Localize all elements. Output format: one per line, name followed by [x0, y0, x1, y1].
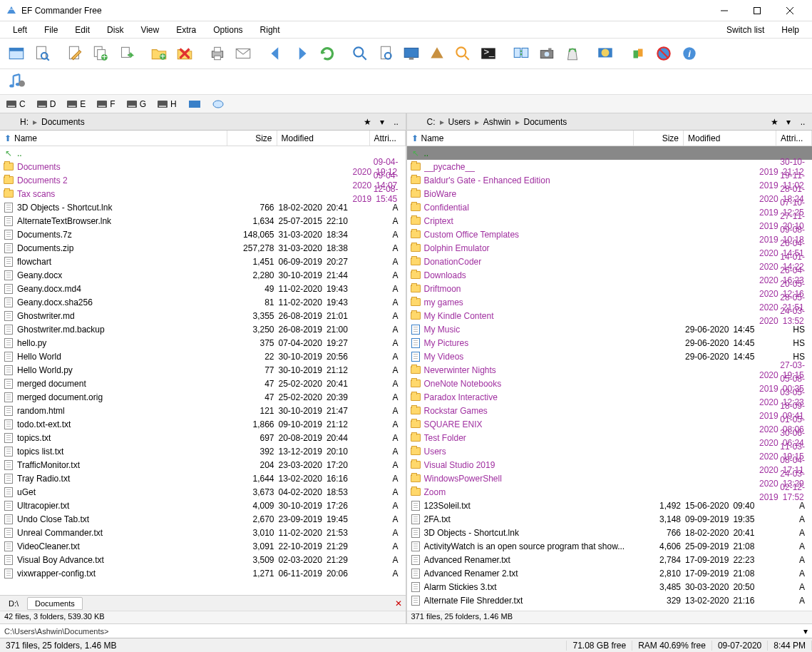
- file-row[interactable]: my games28-05-202021:51: [407, 295, 813, 309]
- file-row[interactable]: 3D Objects - Shortcut.lnk76618-02-202020…: [407, 526, 813, 539]
- find-icon[interactable]: [451, 41, 475, 66]
- right-col-name[interactable]: ⬆Name: [407, 131, 634, 146]
- file-row[interactable]: Tray Radio.txt1,64413-02-202016:16A: [0, 472, 406, 485]
- menu-view[interactable]: View: [132, 24, 168, 36]
- left-drive-label[interactable]: H:: [17, 117, 31, 127]
- screen-icon[interactable]: [399, 41, 423, 66]
- file-row[interactable]: WindowsPowerShell24-03-202013:29: [407, 472, 813, 485]
- file-row[interactable]: 2FA.txt3,14809-09-201919:35A: [407, 512, 813, 526]
- file-row[interactable]: OneNote Notebooks05-08-201900:35: [407, 377, 813, 390]
- mail-icon[interactable]: [231, 41, 255, 66]
- command-line[interactable]: C:\Users\Ashwin\Documents> ▾: [0, 623, 812, 638]
- file-row[interactable]: Ghostwriter.md.backup3,25026-08-201921:0…: [0, 322, 406, 336]
- file-row[interactable]: DonationCoder14-01-202014:22: [407, 255, 813, 268]
- left-tab-drive[interactable]: D:\: [1, 598, 26, 609]
- file-row[interactable]: Geany.docx.sha2568111-02-202019:43A: [0, 295, 406, 309]
- file-row[interactable]: Tax scans12-08-201915:45: [0, 187, 406, 200]
- left-col-size[interactable]: Size: [227, 131, 277, 146]
- left-tab-close-icon[interactable]: ✕: [393, 598, 404, 609]
- file-row[interactable]: Documents.7z148,06531-03-202018:34A: [0, 228, 406, 241]
- left-col-attr[interactable]: Attri...: [370, 131, 406, 146]
- view-icon[interactable]: [4, 41, 29, 66]
- file-row[interactable]: Hello World2230-10-201920:56A: [0, 350, 406, 363]
- maximize-button[interactable]: [741, 0, 774, 21]
- drive-f[interactable]: F: [93, 97, 121, 111]
- print-icon[interactable]: [205, 41, 230, 66]
- file-row[interactable]: Downloads26-04-202016:23: [407, 268, 813, 282]
- file-row[interactable]: Advanced Renamer 2.txt2,81017-09-201921:…: [407, 566, 813, 580]
- file-row[interactable]: Dolphin Emulator26-04-202014:51: [407, 241, 813, 255]
- globe-block-icon[interactable]: [652, 41, 676, 66]
- left-history-icon[interactable]: ▾: [376, 116, 389, 128]
- edit-icon[interactable]: [63, 41, 87, 66]
- file-row[interactable]: Documents 209-04-202014:07: [0, 173, 406, 187]
- file-row[interactable]: topics list.txt39213-12-201920:10A: [0, 444, 406, 458]
- file-row[interactable]: Custom Office Templates09-08-201910:18: [407, 228, 813, 241]
- file-row[interactable]: Geany.docx2,28030-10-201921:44A: [0, 268, 406, 282]
- refresh-icon[interactable]: [315, 41, 339, 66]
- drive-g[interactable]: G: [123, 97, 153, 111]
- file-row[interactable]: topics.txt69720-08-201920:44A: [0, 431, 406, 444]
- file-row[interactable]: Baldur's Gate - Enhanced Edition19-11-20…: [407, 173, 813, 187]
- file-row[interactable]: Ghostwriter.md3,35526-08-201921:01A: [0, 309, 406, 322]
- right-file-list[interactable]: ↖..__pycache__30-10-201921:12Baldur's Ga…: [407, 146, 813, 611]
- file-row[interactable]: Geany.docx.md44911-02-202019:43A: [0, 282, 406, 295]
- menu-help[interactable]: Help: [773, 24, 808, 36]
- move-icon[interactable]: [114, 41, 138, 66]
- right-up-icon[interactable]: ..: [796, 116, 809, 128]
- file-row[interactable]: Advanced Renamer.txt2,78417-09-201922:23…: [407, 553, 813, 566]
- file-row[interactable]: Neverwinter Nights27-03-202019:15: [407, 363, 813, 377]
- camera-icon[interactable]: [535, 41, 559, 66]
- file-row[interactable]: Visual Studio 201908-04-202017:11: [407, 458, 813, 472]
- file-row[interactable]: AlternateTextBrowser.lnk1,63425-07-20152…: [0, 214, 406, 228]
- file-row[interactable]: Zoom02-12-201917:52: [407, 485, 813, 499]
- file-row[interactable]: todo.txt-ext.txt1,86609-10-201921:12A: [0, 417, 406, 431]
- file-row[interactable]: Paradox Interactive03-05-202012:23: [407, 390, 813, 404]
- file-row[interactable]: Hello World.py7730-10-201921:12A: [0, 363, 406, 377]
- pyramid-icon[interactable]: [425, 41, 449, 66]
- menu-options[interactable]: Options: [205, 24, 251, 36]
- file-row[interactable]: Documents09-04-202019:12: [0, 160, 406, 173]
- file-row[interactable]: 3D Objects - Shortcut.lnk76618-02-202020…: [0, 200, 406, 214]
- drive-d[interactable]: D: [34, 97, 63, 111]
- search-file-icon[interactable]: [30, 41, 54, 66]
- doc-view-icon[interactable]: [374, 41, 398, 66]
- file-row[interactable]: Rockstar Games18-09-201909:41: [407, 404, 813, 417]
- left-col-modified[interactable]: Modified: [277, 131, 370, 146]
- left-favorite-icon[interactable]: ★: [361, 116, 374, 128]
- left-col-name[interactable]: ⬆Name: [0, 131, 227, 146]
- network-icon[interactable]: [593, 41, 617, 66]
- left-tab-documents[interactable]: Documents: [27, 597, 83, 610]
- menu-left[interactable]: Left: [4, 24, 36, 36]
- file-row[interactable]: Criptext27-11-201920:10: [407, 214, 813, 228]
- drive-other[interactable]: [209, 98, 230, 111]
- file-row[interactable]: merged document.orig4725-02-202020:39A: [0, 390, 406, 404]
- terminal-icon[interactable]: >_: [476, 41, 500, 66]
- menu-extra[interactable]: Extra: [168, 24, 205, 36]
- forward-icon[interactable]: [289, 41, 314, 66]
- file-row[interactable]: Undo Close Tab.txt2,67023-09-201919:45A: [0, 512, 406, 526]
- menu-disk[interactable]: Disk: [98, 24, 132, 36]
- right-col-modified[interactable]: Modified: [684, 131, 776, 146]
- file-row[interactable]: flowchart1,45106-09-201920:27A: [0, 255, 406, 268]
- left-crumb-0[interactable]: Documents: [38, 117, 88, 127]
- left-drive-icon[interactable]: [3, 116, 16, 128]
- file-row[interactable]: SQUARE ENIX01-05-202008:06: [407, 417, 813, 431]
- magnify-icon[interactable]: [348, 41, 372, 66]
- file-row[interactable]: My Kindle Content24-03-202013:52: [407, 309, 813, 322]
- file-row[interactable]: merged document4725-02-202020:41A: [0, 377, 406, 390]
- file-row[interactable]: random.html12130-10-201921:47A: [0, 404, 406, 417]
- file-row[interactable]: Visual Boy Advance.txt3,50902-03-202021:…: [0, 553, 406, 566]
- file-row[interactable]: Unreal Commander.txt3,01011-02-202021:53…: [0, 526, 406, 539]
- menu-edit[interactable]: Edit: [66, 24, 98, 36]
- file-row[interactable]: Users11-03-202019:15: [407, 444, 813, 458]
- drive-c[interactable]: C: [3, 97, 32, 111]
- file-row[interactable]: Test Folder30-06-202006:24: [407, 431, 813, 444]
- file-row[interactable]: TrafficMonitor.txt20423-03-202017:20A: [0, 458, 406, 472]
- file-row[interactable]: 123Soleil.txt1,49215-06-202009:40A: [407, 499, 813, 512]
- drive-desktop[interactable]: [185, 98, 207, 111]
- left-up-icon[interactable]: ..: [390, 116, 403, 128]
- left-file-list[interactable]: ↖..Documents09-04-202019:12Documents 209…: [0, 146, 406, 595]
- file-row[interactable]: ↖..: [0, 146, 406, 160]
- file-row[interactable]: BioWare28-01-202018:24: [407, 187, 813, 200]
